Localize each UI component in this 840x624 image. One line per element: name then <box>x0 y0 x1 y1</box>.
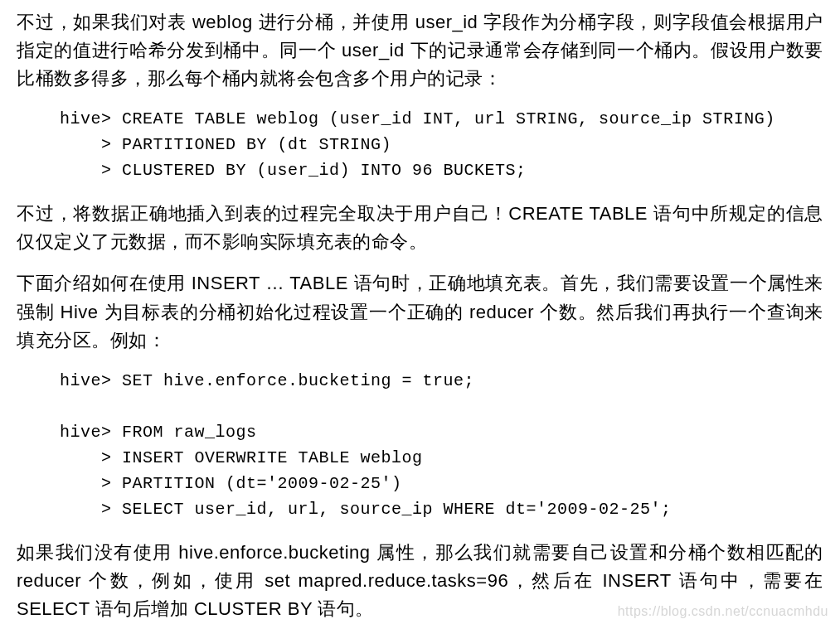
code-block-create-table: hive> CREATE TABLE weblog (user_id INT, … <box>60 106 823 183</box>
watermark-text: https://blog.csdn.net/ccnuacmhdu <box>618 604 828 619</box>
paragraph-2: 不过，将数据正确地插入到表的过程完全取决于用户自己！CREATE TABLE 语… <box>17 200 823 256</box>
code-block-insert: hive> SET hive.enforce.bucketing = true;… <box>60 368 823 522</box>
paragraph-3: 下面介绍如何在使用 INSERT … TABLE 语句时，正确地填充表。首先，我… <box>17 269 823 354</box>
paragraph-1: 不过，如果我们对表 weblog 进行分桶，并使用 user_id 字段作为分桶… <box>17 8 823 93</box>
